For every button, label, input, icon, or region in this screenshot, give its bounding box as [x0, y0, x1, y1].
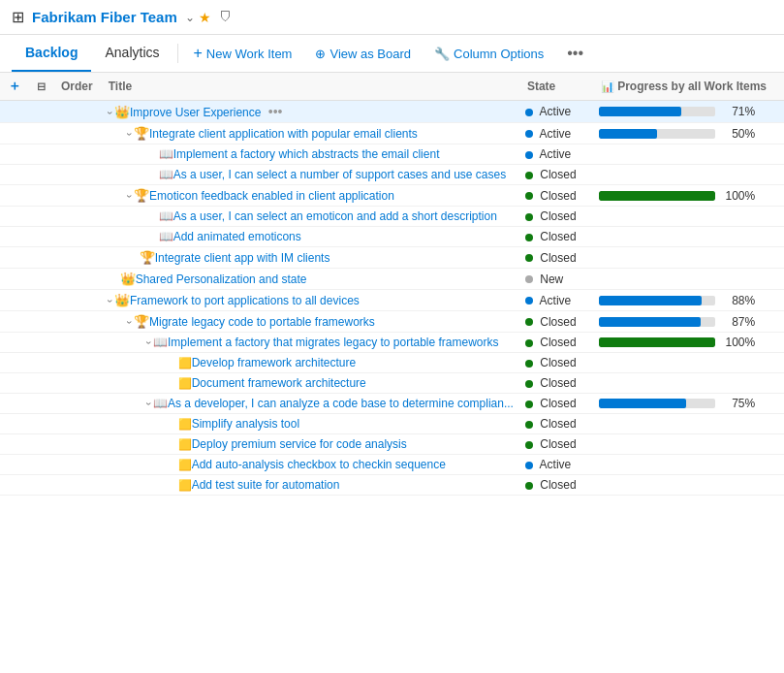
progress-pct: 100%: [721, 336, 755, 349]
new-work-item-button[interactable]: + New Work Item: [182, 37, 304, 70]
nav-backlog[interactable]: Backlog: [12, 35, 91, 72]
people-icon[interactable]: ⛉: [219, 10, 232, 24]
row-title[interactable]: As a developer, I can analyze a code bas…: [168, 397, 514, 410]
row-title[interactable]: Document framework architecture: [192, 376, 366, 390]
td-expand: [29, 227, 53, 247]
td-title: 📖As a user, I can select an emoticon and…: [101, 207, 519, 227]
td-expand: [29, 101, 53, 123]
row-title[interactable]: As a user, I can select a number of supp…: [173, 168, 507, 181]
state-dot: [525, 441, 533, 449]
table-row: 🟨Develop framework architecture Closed: [0, 353, 784, 373]
row-title[interactable]: Integrate client app with IM clients: [155, 251, 330, 265]
row-title[interactable]: Shared Personalization and state: [136, 272, 307, 286]
progress-bar-wrap: [599, 107, 715, 116]
story-icon: 📖: [153, 336, 168, 349]
td-title: 🟨Document framework architecture: [101, 373, 519, 394]
state-dot: [525, 172, 533, 179]
row-title[interactable]: Emoticon feedback enabled in client appl…: [149, 189, 394, 203]
nav-analytics[interactable]: Analytics: [91, 35, 172, 72]
td-add: [0, 185, 29, 207]
row-title[interactable]: As a user, I can select an emoticon and …: [173, 209, 497, 223]
epic-icon: 👑: [114, 105, 130, 119]
nav-more-button[interactable]: •••: [559, 37, 591, 70]
row-title[interactable]: Deploy premium service for code analysis: [192, 437, 407, 451]
row-title[interactable]: Migrate legacy code to portable framewor…: [149, 315, 375, 329]
expand-chevron[interactable]: ›: [143, 402, 154, 405]
td-title: 🏆Integrate client app with IM clients: [101, 247, 519, 269]
table-row: 🟨Add auto-analysis checkbox to checkin s…: [0, 455, 784, 475]
row-ellipsis-button[interactable]: •••: [265, 104, 287, 119]
state-text: Closed: [540, 315, 576, 329]
view-as-board-button[interactable]: ⊕ View as Board: [303, 39, 423, 69]
td-state: Active: [519, 144, 593, 165]
td-expand: [29, 269, 53, 290]
td-add: [0, 290, 29, 311]
td-title: ›🏆Emoticon feedback enabled in client ap…: [101, 185, 519, 207]
row-title[interactable]: Add auto-analysis checkbox to checkin se…: [192, 458, 446, 471]
new-work-item-label: New Work Item: [206, 47, 293, 61]
column-options-button[interactable]: 🔧 Column Options: [423, 39, 555, 69]
progress-bar-container: 88%: [599, 294, 778, 307]
td-order: [53, 414, 101, 434]
td-title: 🟨Simplify analysis tool: [101, 414, 519, 434]
star-icon[interactable]: ★: [199, 10, 211, 25]
td-order: [53, 373, 101, 394]
td-progress: [593, 373, 784, 394]
td-state: Active: [519, 101, 593, 123]
expand-collapse-icon[interactable]: ⊟: [37, 80, 46, 92]
progress-bar-container: 87%: [599, 315, 778, 329]
row-title[interactable]: Develop framework architecture: [192, 356, 356, 369]
state-dot: [525, 421, 533, 429]
state-text: Active: [540, 127, 572, 141]
row-title[interactable]: Implement a factory that migrates legacy…: [168, 336, 498, 349]
td-add: [0, 311, 29, 333]
td-add: [0, 144, 29, 165]
td-state: Closed: [519, 185, 593, 207]
td-order: [53, 311, 101, 333]
td-order: [53, 101, 101, 123]
td-title: ›👑Improve User Experience •••: [101, 101, 519, 123]
progress-bar-container: 75%: [599, 397, 778, 410]
progress-th-icon: 📊: [601, 80, 614, 92]
td-expand: [29, 123, 53, 144]
table-row: 📖As a user, I can select a number of sup…: [0, 165, 784, 185]
row-title[interactable]: Implement a factory which abstracts the …: [173, 147, 440, 161]
expand-chevron[interactable]: ›: [105, 112, 115, 114]
row-title[interactable]: Add test suite for automation: [192, 478, 340, 492]
feature-icon: 🏆: [134, 314, 149, 329]
td-progress: 71%: [593, 101, 784, 123]
td-state: Closed: [519, 475, 593, 496]
row-title[interactable]: Framework to port applications to all de…: [130, 294, 360, 307]
td-state: Closed: [519, 247, 593, 269]
add-row-icon[interactable]: ＋: [8, 78, 21, 93]
column-options-icon: 🔧: [434, 47, 450, 61]
feature-icon: 🏆: [140, 250, 155, 265]
state-text: Closed: [540, 478, 576, 492]
team-name[interactable]: Fabrikam Fiber Team: [32, 9, 177, 25]
td-expand: [29, 414, 53, 434]
progress-bar-fill: [599, 296, 702, 305]
team-dropdown-icon[interactable]: ⌄: [185, 11, 195, 24]
td-title: 📖As a user, I can select a number of sup…: [101, 165, 519, 185]
task-icon: 🟨: [178, 418, 192, 430]
expand-chevron[interactable]: ›: [124, 321, 135, 324]
expand-chevron[interactable]: ›: [124, 133, 135, 136]
td-order: [53, 475, 101, 496]
row-title[interactable]: Improve User Experience: [130, 106, 261, 119]
td-state: Active: [519, 123, 593, 144]
backlog-container: ＋ ⊟ Order Title State 📊Progress by all W…: [0, 73, 784, 496]
table-row: 🟨Add test suite for automation Closed: [0, 475, 784, 496]
td-title: 👑Shared Personalization and state: [101, 269, 519, 290]
td-add: [0, 394, 29, 414]
row-title[interactable]: Add animated emoticons: [173, 230, 301, 243]
row-title[interactable]: Simplify analysis tool: [192, 417, 299, 431]
expand-chevron[interactable]: ›: [105, 300, 115, 303]
expand-chevron[interactable]: ›: [143, 341, 154, 344]
td-state: Active: [519, 455, 593, 475]
expand-chevron[interactable]: ›: [124, 195, 135, 198]
th-progress: 📊Progress by all Work Items: [593, 73, 784, 101]
td-title: 📖Add animated emoticons: [101, 227, 519, 247]
row-title[interactable]: Integrate client application with popula…: [149, 127, 418, 141]
state-dot: [525, 318, 533, 326]
td-state: Closed: [519, 165, 593, 185]
